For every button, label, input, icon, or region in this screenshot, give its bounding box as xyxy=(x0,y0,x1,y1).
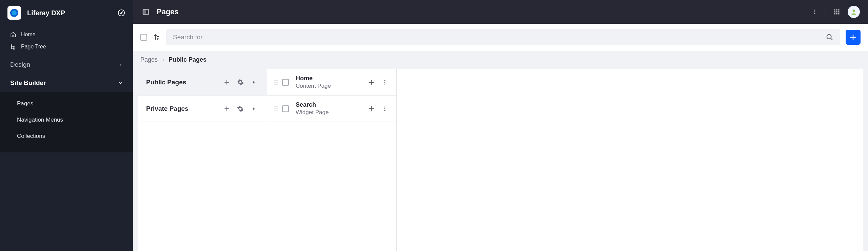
topbar-kebab-button[interactable] xyxy=(810,7,820,17)
sidebar-section-design[interactable]: Design xyxy=(0,56,133,74)
add-child-page-button[interactable] xyxy=(367,78,376,87)
svg-rect-13 xyxy=(834,9,835,11)
apps-grid-button[interactable] xyxy=(832,7,842,17)
svg-point-58 xyxy=(384,110,386,111)
svg-rect-15 xyxy=(838,9,839,11)
sidebar-header: Liferay DXP xyxy=(0,0,133,26)
breadcrumb: Pages Public Pages xyxy=(133,51,868,69)
sidebar-subitem-collections[interactable]: Collections xyxy=(0,128,133,144)
svg-rect-9 xyxy=(143,9,145,15)
liferay-logo-icon xyxy=(10,8,19,17)
page-type-text: Widget Page xyxy=(296,109,362,116)
add-child-page-button[interactable] xyxy=(367,104,376,113)
sidebar-item-page-tree[interactable]: Page Tree xyxy=(0,41,133,53)
search-icon[interactable] xyxy=(826,34,833,41)
explore-button[interactable] xyxy=(117,9,125,17)
add-child-button[interactable] xyxy=(222,78,232,87)
drag-handle-icon[interactable] xyxy=(274,106,278,112)
svg-point-53 xyxy=(277,110,278,111)
expand-button[interactable] xyxy=(249,78,259,87)
main: Pages xyxy=(133,0,868,251)
column-page-sets: Public Pages xyxy=(138,69,267,251)
svg-point-51 xyxy=(277,108,278,109)
caret-right-icon xyxy=(252,80,256,85)
sidebar-item-home[interactable]: Home xyxy=(0,28,133,41)
page-row[interactable]: Home Content Page xyxy=(267,69,396,96)
plus-icon xyxy=(223,79,230,86)
settings-button[interactable] xyxy=(236,104,245,113)
svg-rect-5 xyxy=(13,46,15,48)
page-info: Home Content Page xyxy=(296,75,362,89)
plus-icon xyxy=(223,105,230,112)
svg-point-41 xyxy=(275,84,276,85)
add-button[interactable] xyxy=(846,30,861,45)
expand-button[interactable] xyxy=(249,104,259,113)
sidebar-section-label: Site Builder xyxy=(10,79,46,87)
svg-line-28 xyxy=(831,38,833,40)
page-set-label: Public Pages xyxy=(146,79,218,86)
page-set-public[interactable]: Public Pages xyxy=(138,69,267,96)
svg-rect-18 xyxy=(838,11,839,12)
add-child-button[interactable] xyxy=(222,104,232,113)
svg-point-37 xyxy=(275,80,276,81)
settings-button[interactable] xyxy=(236,78,245,87)
divider xyxy=(826,7,826,17)
sidebar-item-label: Page Tree xyxy=(21,44,46,50)
svg-rect-20 xyxy=(836,13,837,14)
page-checkbox[interactable] xyxy=(282,79,289,86)
caret-right-icon xyxy=(252,106,256,111)
brand-logo[interactable] xyxy=(7,6,21,20)
page-info: Search Widget Page xyxy=(296,101,362,116)
sort-button[interactable] xyxy=(153,33,161,41)
sidebar-subitem-label: Collections xyxy=(17,133,45,139)
svg-point-56 xyxy=(384,106,386,107)
search-field xyxy=(166,29,840,45)
plus-icon xyxy=(849,33,857,41)
panel-icon xyxy=(142,8,150,16)
page-row[interactable]: Search Widget Page xyxy=(267,96,396,122)
svg-point-49 xyxy=(277,106,278,107)
svg-point-50 xyxy=(275,108,276,109)
sidebar-section-site-builder[interactable]: Site Builder xyxy=(0,74,133,92)
page-kebab-button[interactable] xyxy=(380,78,390,87)
chevron-right-icon xyxy=(118,62,123,67)
sidebar: Liferay DXP Home xyxy=(0,0,133,251)
page-title-text: Home xyxy=(296,75,362,82)
user-avatar[interactable] xyxy=(848,6,860,18)
svg-marker-3 xyxy=(120,12,122,14)
page-set-label: Private Pages xyxy=(146,105,218,112)
svg-point-38 xyxy=(277,80,278,81)
toolbar xyxy=(133,24,868,51)
page-kebab-button[interactable] xyxy=(380,104,390,113)
page-set-private[interactable]: Private Pages xyxy=(138,96,267,122)
svg-point-47 xyxy=(384,83,386,84)
page-checkbox[interactable] xyxy=(282,105,289,112)
panel-toggle-button[interactable] xyxy=(141,7,151,17)
topbar: Pages xyxy=(133,0,868,24)
gear-icon xyxy=(237,79,244,86)
page-title-text: Search xyxy=(296,101,362,108)
content-columns: Public Pages xyxy=(133,69,868,251)
select-all-checkbox[interactable] xyxy=(140,34,147,41)
svg-rect-16 xyxy=(834,11,835,12)
drag-handle-icon[interactable] xyxy=(274,79,278,85)
svg-marker-36 xyxy=(253,107,255,110)
search-input[interactable] xyxy=(173,34,826,41)
sort-icon xyxy=(153,34,160,41)
svg-point-10 xyxy=(814,9,815,11)
gear-icon xyxy=(237,105,244,112)
home-icon xyxy=(10,32,16,38)
column-pages: Home Content Page xyxy=(267,69,397,251)
sidebar-subitem-label: Pages xyxy=(17,100,33,107)
breadcrumb-current: Public Pages xyxy=(169,56,206,63)
breadcrumb-item[interactable]: Pages xyxy=(140,56,158,63)
brand-title: Liferay DXP xyxy=(27,9,111,17)
svg-point-57 xyxy=(384,108,386,109)
chevron-down-icon xyxy=(118,81,123,85)
svg-point-11 xyxy=(814,12,815,13)
svg-point-46 xyxy=(384,82,386,83)
compass-icon xyxy=(118,9,125,17)
sidebar-subitem-navigation-menus[interactable]: Navigation Menus xyxy=(0,112,133,128)
sidebar-subnav: Pages Navigation Menus Collections xyxy=(0,92,133,152)
sidebar-subitem-pages[interactable]: Pages xyxy=(0,96,133,112)
